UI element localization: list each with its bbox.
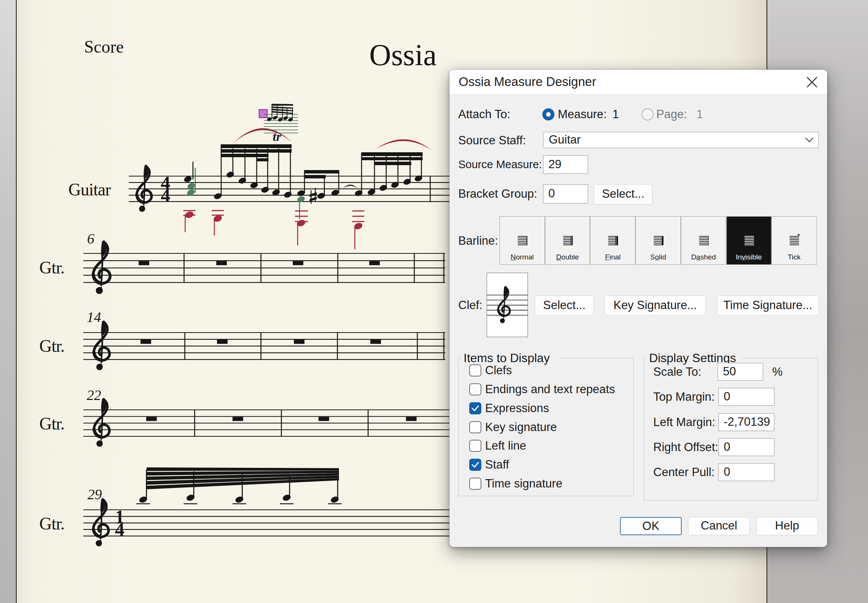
svg-text:Gtr.: Gtr.	[39, 514, 64, 533]
svg-text:Gtr.: Gtr.	[39, 414, 64, 433]
svg-text:Guitar: Guitar	[68, 180, 111, 199]
svg-text:Score: Score	[84, 37, 124, 56]
svg-text:6: 6	[87, 231, 94, 247]
svg-text:22: 22	[87, 387, 101, 403]
svg-text:Gtr.: Gtr.	[39, 336, 64, 356]
svg-text:Ossia: Ossia	[369, 38, 437, 72]
svg-text:tr: tr	[273, 130, 281, 144]
svg-text:4: 4	[161, 185, 170, 206]
svg-text:14: 14	[87, 309, 101, 325]
svg-text:29: 29	[87, 486, 102, 502]
svg-text:Gtr.: Gtr.	[39, 258, 64, 277]
svg-text:4: 4	[115, 519, 125, 540]
